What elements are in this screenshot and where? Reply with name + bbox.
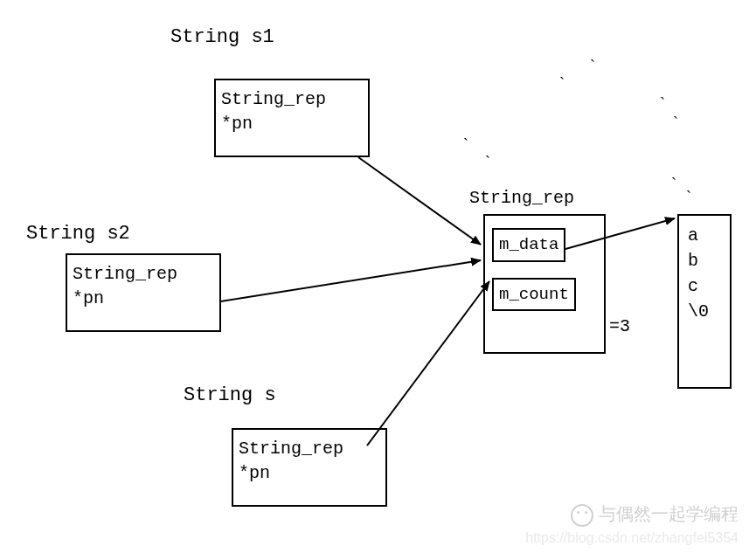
stray-mark-8: ` <box>686 188 691 206</box>
stray-mark-3: ` <box>559 74 565 93</box>
box-string-s1: String_rep *pn <box>214 79 370 157</box>
arrow-s1-to-rep <box>358 157 481 245</box>
field-m-data: m_data <box>492 228 565 262</box>
char-2: c <box>688 273 721 299</box>
box-s-type: String_rep <box>239 437 380 461</box>
label-s2: String s2 <box>26 223 130 245</box>
box-s1-ptr: *pn <box>221 112 363 136</box>
stray-mark-6: ` <box>673 114 678 132</box>
label-count-value: =3 <box>609 316 630 336</box>
stray-mark-2: ` <box>485 153 490 171</box>
wechat-icon <box>571 504 593 527</box>
watermark-text: 与偶然一起学编程 <box>571 502 739 527</box>
watermark-url: https://blog.csdn.net/zhangfei5354 <box>525 530 739 546</box>
label-string-rep: String_rep <box>469 188 574 208</box>
box-string-s: String_rep *pn <box>232 428 387 507</box>
arrow-s2-to-rep <box>221 260 481 301</box>
stray-mark-7: ` <box>671 175 676 193</box>
label-s1: String s1 <box>170 26 274 48</box>
arrow-s-to-rep <box>367 281 489 446</box>
box-char-data: a b c \0 <box>677 214 732 389</box>
box-string-s2: String_rep *pn <box>66 253 221 332</box>
box-s1-type: String_rep <box>221 87 363 112</box>
stray-mark-5: ` <box>660 94 665 113</box>
box-s2-ptr: *pn <box>73 287 214 311</box>
box-s-ptr: *pn <box>239 461 380 486</box>
stray-mark-4: ` <box>590 57 595 75</box>
char-1: b <box>688 248 721 273</box>
char-0: a <box>688 223 721 248</box>
char-3: \0 <box>688 299 721 324</box>
stray-mark-1: ` <box>463 135 468 154</box>
field-m-count: m_count <box>492 278 576 312</box>
watermark-text-label: 与偶然一起学编程 <box>599 504 739 523</box>
box-s2-type: String_rep <box>73 262 214 287</box>
label-s: String s <box>184 384 276 406</box>
box-string-rep: m_data m_count <box>483 214 606 354</box>
